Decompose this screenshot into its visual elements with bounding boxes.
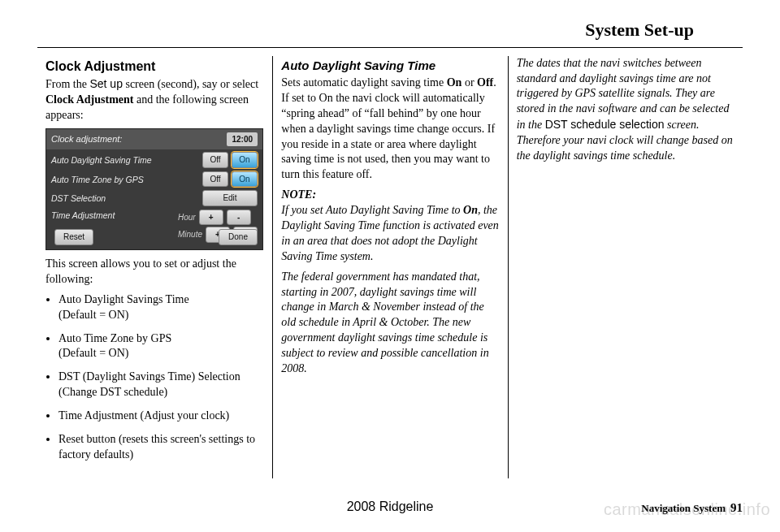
column-3: The dates that the navi switches between… — [508, 56, 743, 478]
list-item: Time Adjustment (Adjust your clock) — [58, 409, 264, 424]
clock-adjustment-intro: From the Set up screen (second), say or … — [46, 76, 264, 123]
minus-button: - — [227, 210, 251, 226]
dst-schedule-paragraph: The dates that the navi switches between… — [517, 56, 734, 164]
page-title: System Set-up — [37, 0, 743, 48]
list-item: DST (Daylight Savings Time) Selection(Ch… — [58, 370, 264, 400]
reset-button: Reset — [54, 229, 93, 245]
plus-button: + — [199, 210, 223, 226]
done-button: Done — [219, 229, 258, 245]
row-auto-tz: Auto Time Zone by GPS Off On — [51, 171, 258, 188]
clock-adjustment-screenshot: Clock adjustment: 12:00 Auto Daylight Sa… — [46, 128, 263, 250]
bullet-list: Auto Daylight Savings Time(Default = ON)… — [46, 292, 264, 463]
footer-model: 2008 Ridgeline — [347, 498, 434, 516]
screenshot-clock: 12:00 — [227, 132, 258, 147]
page-number: 91 — [730, 501, 743, 514]
content-columns: Clock Adjustment From the Set up screen … — [0, 48, 780, 478]
mandate-paragraph: The federal government has mandated that… — [281, 270, 499, 377]
row-auto-dst: Auto Daylight Saving Time Off On — [51, 152, 258, 168]
off-button: Off — [202, 152, 228, 168]
column-2: Auto Daylight Saving Time Sets automatic… — [272, 56, 507, 478]
list-item: Auto Time Zone by GPS(Default = ON) — [58, 331, 264, 362]
row-dst-selection: DST Selection Edit — [51, 190, 258, 206]
page-footer: 2008 Ridgeline Navigation System91 — [37, 500, 743, 516]
off-button: Off — [202, 171, 228, 188]
auto-dst-paragraph: Sets automatic daylight saving time On o… — [281, 76, 499, 183]
screenshot-title: Clock adjustment: — [51, 133, 122, 145]
on-button: On — [232, 171, 258, 188]
on-button: On — [232, 152, 258, 168]
column-1: Clock Adjustment From the Set up screen … — [37, 56, 272, 478]
note-block: NOTE: If you set Auto Daylight Saving Ti… — [281, 188, 499, 264]
list-item: Auto Daylight Savings Time(Default = ON) — [58, 292, 264, 323]
clock-adjustment-heading: Clock Adjustment — [46, 58, 264, 76]
after-screenshot-text: This screen allows you to set or adjust … — [46, 257, 264, 288]
auto-dst-heading: Auto Daylight Saving Time — [281, 58, 499, 74]
edit-button: Edit — [202, 190, 258, 206]
list-item: Reset button (resets this screen's setti… — [58, 432, 264, 463]
footer-section: Navigation System — [641, 502, 726, 514]
